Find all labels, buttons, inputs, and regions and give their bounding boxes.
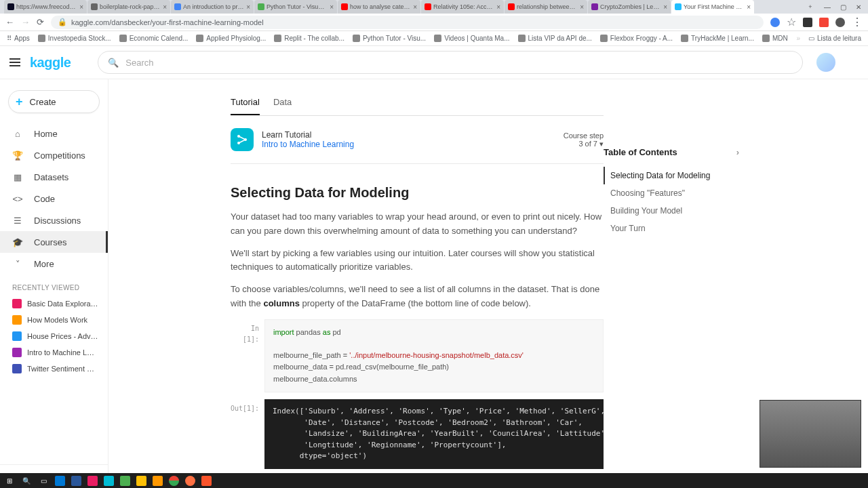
- sidebar-item-competitions[interactable]: 🏆Competitions: [0, 144, 108, 166]
- sidebar-item-more[interactable]: ˅More: [0, 253, 108, 274]
- bookmark-item[interactable]: Applied Physiolog...: [196, 35, 266, 42]
- bookmark-item[interactable]: Videos | Quanta Ma...: [434, 35, 509, 42]
- taskbar-app[interactable]: [104, 476, 114, 486]
- recent-icon: [12, 315, 22, 325]
- favicon: [425, 3, 431, 10]
- tab-tutorial[interactable]: Tutorial: [231, 93, 260, 115]
- close-window-button[interactable]: ✕: [856, 3, 861, 11]
- sidebar-item-courses[interactable]: 🎓Courses: [0, 231, 108, 253]
- close-tab-icon[interactable]: ×: [413, 3, 417, 11]
- bookmark-item[interactable]: Flexbox Froggy - A...: [600, 35, 673, 42]
- tab-data[interactable]: Data: [273, 93, 292, 115]
- forward-button[interactable]: →: [21, 17, 30, 27]
- browser-tab[interactable]: Relativity 105e: Acceler×: [421, 0, 504, 14]
- recent-item[interactable]: Intro to Machine Learni...: [0, 344, 108, 361]
- browser-tab[interactable]: An introduction to proto×: [171, 0, 254, 14]
- close-tab-icon[interactable]: ×: [246, 3, 250, 11]
- new-tab-button[interactable]: +: [804, 3, 817, 10]
- browser-tab[interactable]: https://www.freecodecamp×: [4, 0, 87, 14]
- taskbar-app[interactable]: [71, 476, 81, 486]
- bookmark-item[interactable]: Investopedia Stock...: [38, 35, 111, 42]
- recent-item[interactable]: Twitter Sentiment Data...: [0, 361, 108, 377]
- browser-tab[interactable]: CryptoZombies | Lesson×: [588, 0, 671, 14]
- close-tab-icon[interactable]: ×: [163, 3, 167, 11]
- taskbar-app[interactable]: [153, 476, 163, 486]
- tab-title: An introduction to proto: [183, 3, 244, 10]
- kaggle-logo[interactable]: kaggle: [30, 55, 71, 70]
- toc-item[interactable]: Your Turn: [604, 220, 739, 237]
- close-tab-icon[interactable]: ×: [496, 3, 500, 11]
- taskbar-app[interactable]: [55, 476, 65, 486]
- bookmark-item[interactable]: MDN Web Docs: [762, 35, 788, 42]
- bookmark-item[interactable]: Economic Calend...: [119, 35, 189, 42]
- back-button[interactable]: ←: [5, 17, 14, 27]
- plus-icon: +: [16, 95, 23, 109]
- close-tab-icon[interactable]: ×: [580, 3, 584, 11]
- sidebar-item-code[interactable]: <>Code: [0, 188, 108, 209]
- apps-button[interactable]: ⠿Apps: [7, 35, 30, 42]
- nav-label: Datasets: [34, 172, 68, 182]
- recent-item[interactable]: Basic Data Exploration: [0, 296, 108, 312]
- kaggle-header: kaggle 🔍 Search: [0, 46, 868, 79]
- profile-icon[interactable]: [835, 18, 845, 27]
- avatar[interactable]: [816, 53, 835, 72]
- menu-icon[interactable]: [9, 58, 23, 66]
- extension-icon[interactable]: [819, 18, 829, 27]
- toc-item[interactable]: Building Your Model: [604, 202, 739, 220]
- paragraph: Your dataset had too many variables to w…: [231, 210, 604, 239]
- bookmark-item[interactable]: Python Tutor - Visu...: [353, 35, 426, 42]
- search-input[interactable]: 🔍 Search: [98, 51, 803, 74]
- nav-label: Code: [34, 194, 55, 204]
- start-button[interactable]: ⊞: [4, 475, 15, 486]
- firefox-taskbar[interactable]: [185, 476, 195, 486]
- course-title-link[interactable]: Intro to Machine Learning: [262, 140, 564, 149]
- taskbar-app[interactable]: [136, 476, 146, 486]
- recent-item[interactable]: How Models Work: [0, 312, 108, 328]
- chevron-right-icon[interactable]: ›: [736, 147, 739, 157]
- search-button[interactable]: 🔍: [21, 475, 32, 486]
- sidebar-item-datasets[interactable]: ▦Datasets: [0, 166, 108, 188]
- extension-icon[interactable]: [770, 18, 780, 27]
- browser-tab[interactable]: boilerplate-rock-paper-s×: [87, 0, 170, 14]
- toc-item[interactable]: Selecting Data for Modeling: [604, 167, 739, 184]
- close-tab-icon[interactable]: ×: [747, 3, 751, 11]
- recent-icon: [12, 299, 22, 308]
- minimize-button[interactable]: —: [824, 3, 831, 11]
- extension-icon[interactable]: [803, 18, 812, 27]
- code-cell-output: Index(['Suburb', 'Address', 'Rooms', 'Ty…: [264, 399, 604, 469]
- close-tab-icon[interactable]: ×: [79, 3, 83, 11]
- recent-item[interactable]: House Prices - Advanc...: [0, 328, 108, 344]
- course-badge-icon: [231, 128, 254, 151]
- toc-item[interactable]: Choosing "Features": [604, 184, 739, 202]
- bookmark-item[interactable]: TryHackMe | Learn...: [681, 35, 754, 42]
- cell-out-label: Out[1]:: [231, 399, 264, 469]
- browser-tab[interactable]: Your First Machine Learn×: [671, 0, 754, 14]
- reading-list-button[interactable]: ▭Lista de leitura: [808, 35, 861, 42]
- chrome-taskbar[interactable]: [169, 476, 179, 486]
- brave-taskbar[interactable]: [201, 476, 212, 486]
- nav-icon: ▦: [12, 172, 23, 182]
- maximize-button[interactable]: ▢: [840, 3, 846, 11]
- bookmark-item[interactable]: Replit - The collab...: [274, 35, 344, 42]
- address-input[interactable]: 🔒 kaggle.com/dansbecker/your-first-machi…: [51, 16, 764, 29]
- sidebar-item-discussions[interactable]: ☰Discussions: [0, 209, 108, 231]
- bookmark-item[interactable]: Lista VIP da API de...: [518, 35, 592, 42]
- close-tab-icon[interactable]: ×: [330, 3, 334, 11]
- create-button[interactable]: + Create: [8, 90, 100, 113]
- recent-icon: [12, 348, 22, 357]
- code-cell-input[interactable]: import pandas as pd melbourne_file_path …: [264, 319, 604, 393]
- favicon: [591, 3, 598, 10]
- course-step-dropdown[interactable]: 3 of 7 ▾: [564, 140, 604, 148]
- star-icon[interactable]: ☆: [787, 16, 796, 28]
- browser-tab[interactable]: relationship between lig×: [505, 0, 587, 14]
- browser-tab[interactable]: Python Tutor - Visualize×: [254, 0, 337, 14]
- browser-tab[interactable]: how to analyse categori×: [338, 0, 420, 14]
- task-view-button[interactable]: ▭: [38, 475, 49, 486]
- taskbar-app[interactable]: [87, 476, 98, 486]
- taskbar-app[interactable]: [120, 476, 130, 486]
- close-tab-icon[interactable]: ×: [663, 3, 667, 11]
- url-bar: ← → ⟳ 🔒 kaggle.com/dansbecker/your-first…: [0, 14, 868, 31]
- sidebar-item-home[interactable]: ⌂Home: [0, 123, 108, 144]
- reload-button[interactable]: ⟳: [37, 17, 44, 27]
- menu-icon[interactable]: ⋮: [852, 16, 863, 28]
